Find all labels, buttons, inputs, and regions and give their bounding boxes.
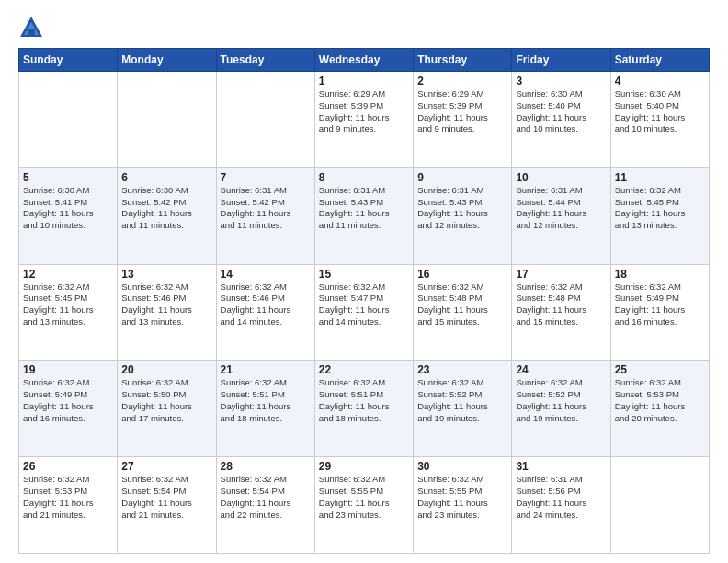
calendar-cell: 9Sunrise: 6:31 AMSunset: 5:43 PMDaylight… [414,167,512,264]
calendar-cell: 22Sunrise: 6:32 AMSunset: 5:51 PMDayligh… [314,361,413,457]
day-number: 2 [417,75,507,87]
calendar-cell: 17Sunrise: 6:32 AMSunset: 5:48 PMDayligh… [512,264,610,361]
day-info: Sunrise: 6:32 AMSunset: 5:55 PMDaylight:… [417,474,507,521]
day-number: 25 [615,363,705,376]
day-info: Sunrise: 6:32 AMSunset: 5:45 PMDaylight:… [615,185,705,232]
day-info: Sunrise: 6:31 AMSunset: 5:44 PMDaylight:… [516,185,606,232]
day-number: 31 [516,460,606,473]
day-number: 23 [417,363,507,376]
calendar-week-5: 26Sunrise: 6:32 AMSunset: 5:53 PMDayligh… [19,457,710,554]
page: SundayMondayTuesdayWednesdayThursdayFrid… [0,0,728,563]
day-info: Sunrise: 6:32 AMSunset: 5:48 PMDaylight:… [516,282,606,328]
logo-icon [18,15,44,40]
calendar-cell [216,72,314,168]
day-info: Sunrise: 6:32 AMSunset: 5:52 PMDaylight:… [516,377,606,424]
day-number: 17 [516,268,606,281]
weekday-header-monday: Monday [118,49,216,72]
calendar-week-4: 19Sunrise: 6:32 AMSunset: 5:49 PMDayligh… [19,361,710,457]
header [18,15,710,40]
day-number: 14 [221,268,311,281]
calendar-cell [118,72,216,168]
day-number: 5 [23,171,113,184]
weekday-header-wednesday: Wednesday [314,49,413,72]
calendar-cell: 10Sunrise: 6:31 AMSunset: 5:44 PMDayligh… [512,167,610,264]
day-number: 12 [23,268,113,281]
day-number: 24 [516,363,606,376]
day-number: 9 [417,171,507,184]
calendar-cell: 18Sunrise: 6:32 AMSunset: 5:49 PMDayligh… [610,264,709,361]
svg-rect-2 [28,29,35,35]
day-info: Sunrise: 6:29 AMSunset: 5:39 PMDaylight:… [319,88,409,135]
calendar-cell: 6Sunrise: 6:30 AMSunset: 5:42 PMDaylight… [118,167,216,264]
day-info: Sunrise: 6:31 AMSunset: 5:43 PMDaylight:… [417,185,507,232]
weekday-header-thursday: Thursday [414,49,512,72]
calendar-body: 1Sunrise: 6:29 AMSunset: 5:39 PMDaylight… [19,72,710,554]
calendar-cell: 24Sunrise: 6:32 AMSunset: 5:52 PMDayligh… [512,361,610,457]
weekday-header-friday: Friday [512,49,610,72]
calendar-cell: 27Sunrise: 6:32 AMSunset: 5:54 PMDayligh… [118,457,216,554]
day-number: 21 [221,363,311,376]
day-info: Sunrise: 6:32 AMSunset: 5:47 PMDaylight:… [319,282,409,328]
weekday-row: SundayMondayTuesdayWednesdayThursdayFrid… [19,49,710,72]
calendar-cell: 28Sunrise: 6:32 AMSunset: 5:54 PMDayligh… [216,457,314,554]
calendar-cell: 29Sunrise: 6:32 AMSunset: 5:55 PMDayligh… [314,457,413,554]
day-number: 18 [615,268,705,281]
day-number: 3 [516,75,606,87]
day-number: 27 [121,460,211,473]
day-info: Sunrise: 6:32 AMSunset: 5:54 PMDaylight:… [221,474,311,521]
calendar-cell: 8Sunrise: 6:31 AMSunset: 5:43 PMDaylight… [314,167,413,264]
calendar-cell: 11Sunrise: 6:32 AMSunset: 5:45 PMDayligh… [610,167,709,264]
day-info: Sunrise: 6:32 AMSunset: 5:45 PMDaylight:… [23,282,113,328]
day-number: 19 [23,363,113,376]
calendar-cell: 21Sunrise: 6:32 AMSunset: 5:51 PMDayligh… [216,361,314,457]
day-info: Sunrise: 6:32 AMSunset: 5:52 PMDaylight:… [417,377,507,424]
day-info: Sunrise: 6:30 AMSunset: 5:40 PMDaylight:… [516,88,606,135]
calendar-cell: 20Sunrise: 6:32 AMSunset: 5:50 PMDayligh… [118,361,216,457]
calendar-cell: 19Sunrise: 6:32 AMSunset: 5:49 PMDayligh… [19,361,118,457]
calendar-cell: 26Sunrise: 6:32 AMSunset: 5:53 PMDayligh… [19,457,118,554]
day-info: Sunrise: 6:31 AMSunset: 5:56 PMDaylight:… [516,474,606,521]
day-number: 7 [221,171,311,184]
day-info: Sunrise: 6:32 AMSunset: 5:51 PMDaylight:… [319,377,409,424]
day-info: Sunrise: 6:32 AMSunset: 5:54 PMDaylight:… [121,474,211,521]
calendar-cell: 15Sunrise: 6:32 AMSunset: 5:47 PMDayligh… [314,264,413,361]
calendar-cell: 4Sunrise: 6:30 AMSunset: 5:40 PMDaylight… [610,72,709,168]
calendar-week-2: 5Sunrise: 6:30 AMSunset: 5:41 PMDaylight… [19,167,710,264]
calendar-cell: 23Sunrise: 6:32 AMSunset: 5:52 PMDayligh… [414,361,512,457]
day-info: Sunrise: 6:32 AMSunset: 5:46 PMDaylight:… [121,282,211,328]
calendar-cell: 31Sunrise: 6:31 AMSunset: 5:56 PMDayligh… [512,457,610,554]
day-number: 1 [319,75,409,87]
day-info: Sunrise: 6:29 AMSunset: 5:39 PMDaylight:… [417,88,507,135]
weekday-header-tuesday: Tuesday [216,49,314,72]
calendar-cell: 2Sunrise: 6:29 AMSunset: 5:39 PMDaylight… [414,72,512,168]
calendar-cell [19,72,118,168]
calendar-cell: 14Sunrise: 6:32 AMSunset: 5:46 PMDayligh… [216,264,314,361]
day-number: 8 [319,171,409,184]
weekday-header-saturday: Saturday [610,49,709,72]
calendar-cell: 16Sunrise: 6:32 AMSunset: 5:48 PMDayligh… [414,264,512,361]
day-number: 15 [319,268,409,281]
calendar-cell: 30Sunrise: 6:32 AMSunset: 5:55 PMDayligh… [414,457,512,554]
day-info: Sunrise: 6:30 AMSunset: 5:41 PMDaylight:… [23,185,113,232]
calendar-table: SundayMondayTuesdayWednesdayThursdayFrid… [18,48,710,554]
calendar-week-3: 12Sunrise: 6:32 AMSunset: 5:45 PMDayligh… [19,264,710,361]
calendar-cell: 12Sunrise: 6:32 AMSunset: 5:45 PMDayligh… [19,264,118,361]
calendar-cell: 25Sunrise: 6:32 AMSunset: 5:53 PMDayligh… [610,361,709,457]
day-info: Sunrise: 6:31 AMSunset: 5:43 PMDaylight:… [319,185,409,232]
day-number: 6 [121,171,211,184]
day-number: 16 [417,268,507,281]
day-number: 28 [221,460,311,473]
day-info: Sunrise: 6:32 AMSunset: 5:51 PMDaylight:… [221,377,311,424]
calendar-cell: 1Sunrise: 6:29 AMSunset: 5:39 PMDaylight… [314,72,413,168]
day-number: 26 [23,460,113,473]
calendar-cell: 5Sunrise: 6:30 AMSunset: 5:41 PMDaylight… [19,167,118,264]
calendar-week-1: 1Sunrise: 6:29 AMSunset: 5:39 PMDaylight… [19,72,710,168]
day-info: Sunrise: 6:32 AMSunset: 5:49 PMDaylight:… [23,377,113,424]
calendar-cell: 3Sunrise: 6:30 AMSunset: 5:40 PMDaylight… [512,72,610,168]
day-info: Sunrise: 6:32 AMSunset: 5:50 PMDaylight:… [121,377,211,424]
calendar-cell: 7Sunrise: 6:31 AMSunset: 5:42 PMDaylight… [216,167,314,264]
day-number: 29 [319,460,409,473]
day-number: 4 [615,75,705,87]
day-info: Sunrise: 6:32 AMSunset: 5:55 PMDaylight:… [319,474,409,521]
day-info: Sunrise: 6:30 AMSunset: 5:40 PMDaylight:… [615,88,705,135]
